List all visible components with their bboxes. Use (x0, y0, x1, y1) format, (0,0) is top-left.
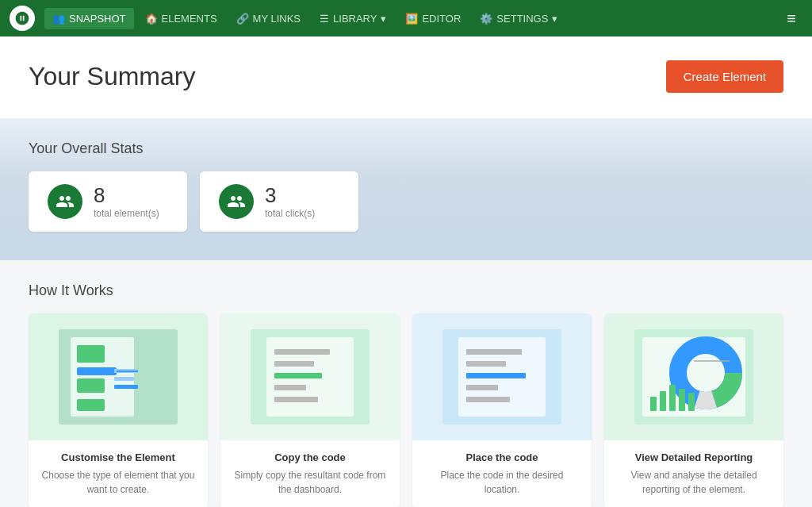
stat-clicks-info: 3 total click(s) (265, 185, 315, 219)
svg-rect-34 (688, 393, 695, 411)
stats-section-title: Your Overall Stats (29, 140, 783, 157)
mylinks-icon: 🔗 (236, 13, 249, 25)
how-it-works-section: How It Works (0, 260, 812, 507)
how-section-title: How It Works (29, 282, 783, 299)
page-header-section: Your Summary Create Element (0, 36, 812, 118)
how-card-customise: Customise the Element Choose the type of… (29, 313, 208, 507)
how-card-2-image (220, 313, 400, 440)
settings-dropdown-icon: ▾ (552, 13, 557, 25)
svg-rect-22 (466, 385, 498, 390)
how-card-3-text: Place the code Place the code in the des… (412, 440, 592, 497)
svg-rect-12 (274, 349, 330, 355)
svg-rect-4 (77, 399, 105, 411)
stats-section: Your Overall Stats 8 total element(s) 3 … (0, 118, 812, 260)
svg-rect-2 (77, 345, 105, 363)
hamburger-menu[interactable]: ≡ (780, 6, 802, 31)
library-dropdown-icon: ▾ (381, 13, 386, 25)
how-card-4-desc: View and analyse the detailed reporting … (615, 468, 772, 497)
page-title: Your Summary (29, 62, 195, 91)
nav-item-snapshot[interactable]: 👥 SNAPSHOT (44, 8, 134, 29)
nav-item-settings[interactable]: ⚙️ SETTINGS ▾ (472, 8, 565, 29)
stat-card-clicks: 3 total click(s) (200, 171, 358, 232)
svg-rect-21 (466, 373, 526, 378)
stat-elements-info: 8 total element(s) (94, 185, 159, 219)
how-card-2-text: Copy the code Simply copy the resultant … (220, 440, 400, 497)
editor-icon: 🖼️ (405, 13, 418, 25)
summary-header: Your Summary Create Element (29, 60, 783, 93)
settings-icon: ⚙️ (480, 13, 492, 25)
how-card-1-text: Customise the Element Choose the type of… (29, 440, 208, 497)
svg-rect-13 (274, 361, 314, 367)
stat-elements-icon (48, 184, 82, 219)
how-card-2-title: Copy the code (232, 451, 389, 463)
library-icon: ☰ (320, 13, 329, 25)
how-card-place: Place the code Place the code in the des… (412, 313, 592, 507)
svg-rect-23 (466, 397, 510, 402)
stat-card-elements: 8 total element(s) (29, 171, 187, 232)
how-card-1-desc: Choose the type of element that you want… (40, 468, 197, 497)
how-card-1-title: Customise the Element (40, 451, 197, 463)
nav-item-library[interactable]: ☰ LIBRARY ▾ (312, 8, 394, 29)
how-card-2-desc: Simply copy the resultant code from the … (232, 468, 389, 497)
svg-rect-7 (114, 377, 134, 381)
svg-rect-33 (679, 389, 685, 411)
nav-item-editor[interactable]: 🖼️ EDITOR (397, 8, 469, 29)
nav-item-elements[interactable]: 🏠 ELEMENTS (137, 8, 225, 29)
navbar: 👥 SNAPSHOT 🏠 ELEMENTS 🔗 MY LINKS ☰ LIBRA… (0, 0, 812, 36)
stats-cards: 8 total element(s) 3 total click(s) (29, 171, 783, 232)
svg-rect-32 (669, 385, 676, 411)
stat-elements-number: 8 (94, 185, 159, 205)
stat-clicks-number: 3 (265, 185, 315, 205)
svg-rect-20 (466, 361, 506, 367)
svg-rect-15 (274, 385, 306, 390)
how-card-3-image (412, 313, 592, 440)
how-cards-container: Customise the Element Choose the type of… (29, 313, 783, 507)
svg-rect-19 (466, 349, 522, 355)
svg-rect-3 (77, 378, 105, 393)
how-card-3-title: Place the code (423, 451, 580, 463)
svg-rect-31 (660, 391, 666, 411)
stat-elements-label: total element(s) (94, 208, 159, 219)
snapshot-icon: 👥 (52, 13, 65, 25)
how-card-3-desc: Place the code in the desired location. (423, 468, 580, 497)
elements-icon: 🏠 (145, 13, 158, 25)
svg-rect-14 (274, 373, 322, 378)
how-card-4-image (604, 313, 783, 440)
stat-clicks-icon (219, 184, 254, 219)
how-card-4-title: View Detailed Reporting (615, 451, 772, 463)
nav-item-mylinks[interactable]: 🔗 MY LINKS (228, 8, 308, 29)
how-card-copy: Copy the code Simply copy the resultant … (220, 313, 400, 507)
svg-rect-5 (77, 367, 117, 375)
svg-rect-8 (114, 385, 138, 389)
nav-logo (10, 6, 35, 31)
how-card-1-image (29, 313, 208, 440)
create-element-button[interactable]: Create Element (666, 60, 783, 93)
how-card-4-text: View Detailed Reporting View and analyse… (604, 440, 783, 497)
svg-rect-30 (650, 397, 657, 411)
svg-rect-16 (274, 397, 318, 402)
how-card-reporting: View Detailed Reporting View and analyse… (604, 313, 783, 507)
stat-clicks-label: total click(s) (265, 208, 315, 219)
